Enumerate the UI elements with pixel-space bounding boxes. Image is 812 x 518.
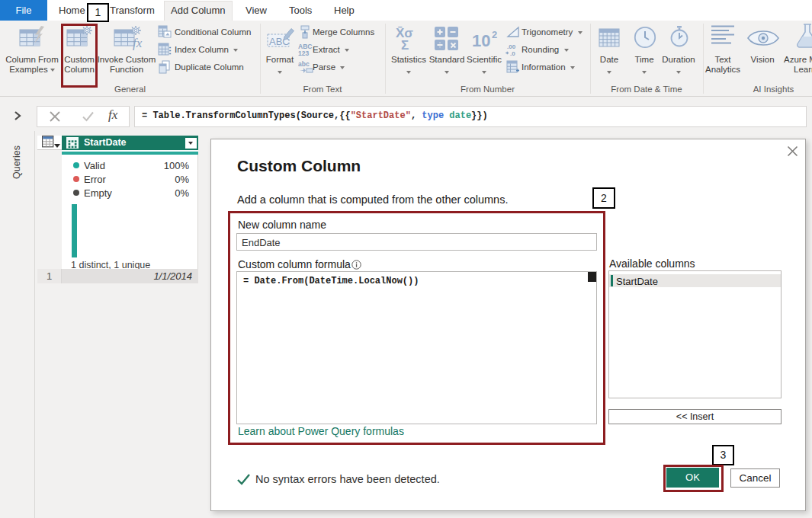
- svg-text:2: 2: [492, 29, 497, 40]
- svg-text:10: 10: [472, 31, 490, 50]
- svg-text:fx: fx: [133, 36, 143, 50]
- svg-text:.00: .00: [507, 43, 516, 50]
- svg-text:Σ: Σ: [401, 38, 409, 52]
- svg-text:.0: .0: [510, 50, 515, 56]
- svg-text:abc: abc: [298, 60, 310, 68]
- svg-text:123: 123: [298, 50, 309, 56]
